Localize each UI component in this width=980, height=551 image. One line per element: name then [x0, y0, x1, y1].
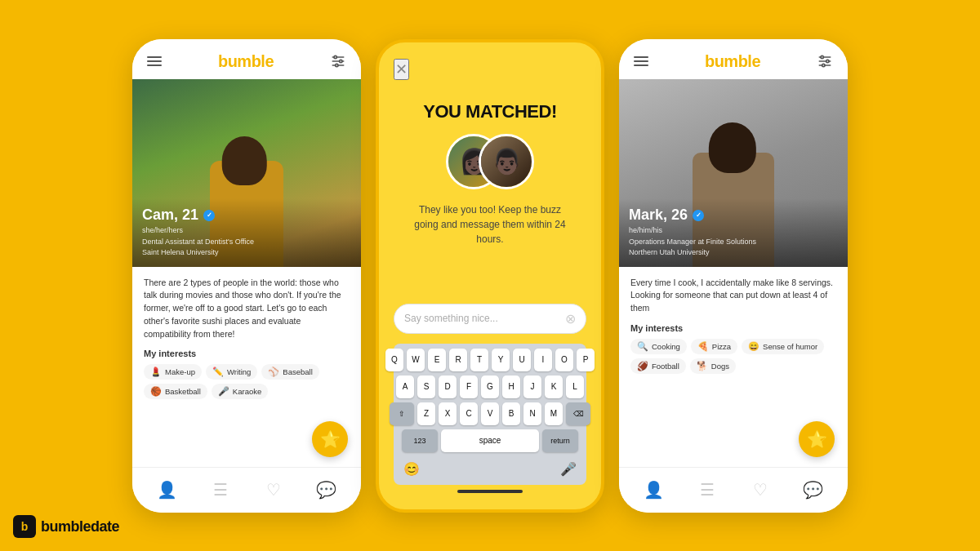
key-x[interactable]: X: [439, 402, 457, 425]
key-q[interactable]: Q: [385, 349, 403, 371]
superswipe-button-left[interactable]: ⭐: [312, 421, 348, 457]
filter-icon-right[interactable]: [817, 53, 833, 69]
emoji-icon[interactable]: 😊: [400, 458, 423, 480]
verified-badge-mark: ✓: [693, 210, 704, 221]
key-s[interactable]: S: [417, 375, 435, 398]
key-g[interactable]: G: [481, 375, 499, 398]
match-avatar-mark: 👨🏿: [479, 134, 534, 189]
profile-photo-cam: Cam, 21 ✓ she/her/hers Dental Assistant …: [132, 79, 361, 267]
key-y[interactable]: Y: [492, 349, 510, 371]
nav-matches-icon-right[interactable]: ☰: [693, 475, 722, 504]
key-t[interactable]: T: [470, 349, 488, 371]
nav-profile-icon-right[interactable]: 👤: [639, 475, 669, 504]
list-item: 💄Make-up: [144, 364, 202, 380]
nav-heart-icon-right[interactable]: ♡: [746, 475, 775, 504]
list-item: 🍕Pizza: [691, 339, 737, 354]
phone-left: bumble Cam, 21 ✓ she/her/hers Dental Ass…: [132, 39, 361, 513]
mic-icon[interactable]: 🎤: [557, 458, 580, 480]
keyboard-row-1: Q W E R T Y U I O P: [397, 349, 583, 371]
close-button[interactable]: ✕: [394, 59, 409, 80]
mark-content: Every time I cook, I accidentally make l…: [619, 267, 848, 384]
keyboard-row-3: ⇧ Z X C V B N M ⌫: [397, 402, 583, 425]
key-i[interactable]: I: [534, 349, 552, 371]
filter-icon-left[interactable]: [330, 53, 346, 69]
key-b[interactable]: B: [502, 402, 520, 425]
nav-heart-icon[interactable]: ♡: [259, 475, 288, 504]
svg-point-9: [826, 60, 829, 62]
cam-interests-label: My interests: [144, 349, 350, 358]
keyboard: Q W E R T Y U I O P A S D: [394, 344, 586, 485]
match-screen: ✕ YOU MATCHED! 👩🏿 👨🏿 They like you too! …: [379, 42, 601, 509]
key-v[interactable]: V: [481, 402, 499, 425]
cam-content: There are 2 types of people in the world…: [132, 267, 361, 410]
phone-right: bumble Mark, 26 ✓ he/him/his Operations …: [619, 39, 848, 513]
key-k[interactable]: K: [545, 375, 563, 398]
mark-bio: Every time I cook, I accidentally make l…: [630, 277, 836, 315]
profile-photo-mark: Mark, 26 ✓ he/him/his Operations Manager…: [619, 79, 848, 267]
brand-text: bumbledate: [41, 518, 119, 535]
superswipe-button-right[interactable]: ⭐: [799, 421, 835, 457]
home-bar: [457, 490, 523, 493]
key-f[interactable]: F: [460, 375, 478, 398]
verified-badge-cam: ✓: [203, 210, 215, 221]
key-z[interactable]: Z: [417, 402, 435, 425]
brand-logo-icon: b: [13, 515, 36, 538]
key-w[interactable]: W: [407, 349, 425, 371]
message-clear-icon[interactable]: ⊗: [565, 311, 576, 327]
list-item: 🏀Basketball: [144, 384, 207, 399]
match-title: YOU MATCHED!: [423, 101, 556, 122]
message-area: Say something nice... ⊗ Q W E R T Y U I …: [394, 304, 586, 493]
key-m[interactable]: M: [545, 402, 563, 425]
phone-center: ✕ YOU MATCHED! 👩🏿 👨🏿 They like you too! …: [376, 39, 604, 513]
nav-chat-icon-right[interactable]: 💬: [799, 475, 828, 504]
key-e[interactable]: E: [428, 349, 446, 371]
list-item: 🎤Karaoke: [212, 384, 268, 399]
svg-point-11: [822, 64, 825, 66]
key-space[interactable]: space: [441, 429, 539, 452]
key-backspace[interactable]: ⌫: [566, 402, 590, 425]
key-c[interactable]: C: [460, 402, 478, 425]
key-123[interactable]: 123: [402, 429, 438, 452]
key-return[interactable]: return: [542, 429, 578, 452]
list-item: 🏈Football: [630, 358, 686, 374]
key-j[interactable]: J: [523, 375, 541, 398]
cam-name: Cam, 21 ✓: [142, 207, 351, 224]
list-item: ✏️Writing: [206, 364, 257, 380]
key-r[interactable]: R: [449, 349, 467, 371]
list-item: 🐕Dogs: [690, 358, 736, 374]
menu-icon[interactable]: [147, 56, 162, 66]
key-n[interactable]: N: [523, 402, 541, 425]
key-o[interactable]: O: [555, 349, 573, 371]
phone-right-header: bumble: [619, 39, 848, 79]
svg-point-7: [821, 56, 823, 58]
key-shift[interactable]: ⇧: [390, 402, 414, 425]
bumble-logo-left: bumble: [218, 52, 274, 71]
nav-matches-icon[interactable]: ☰: [206, 475, 235, 504]
mark-name: Mark, 26 ✓: [629, 207, 838, 224]
svg-point-1: [334, 56, 336, 58]
phone-left-header: bumble: [132, 39, 361, 79]
list-item: 🔍Cooking: [630, 339, 687, 354]
nav-profile-icon[interactable]: 👤: [153, 475, 182, 504]
key-d[interactable]: D: [439, 375, 457, 398]
key-l[interactable]: L: [566, 375, 584, 398]
key-h[interactable]: H: [502, 375, 520, 398]
nav-chat-icon[interactable]: 💬: [312, 475, 341, 504]
profile-overlay-mark: Mark, 26 ✓ he/him/his Operations Manager…: [619, 198, 848, 267]
bottom-nav-right: 👤 ☰ ♡ 💬: [619, 467, 848, 513]
keyboard-row-4: 123 space return: [397, 429, 583, 452]
cam-interests-grid: 💄Make-up ✏️Writing ⚾Baseball 🏀Basketball…: [144, 364, 350, 399]
svg-point-3: [340, 60, 342, 62]
profile-overlay-cam: Cam, 21 ✓ she/her/hers Dental Assistant …: [132, 198, 361, 267]
cam-details: she/her/hers Dental Assistant at Dentist…: [142, 225, 351, 259]
bumble-logo-right: bumble: [705, 52, 760, 71]
match-avatars: 👩🏿 👨🏿: [446, 134, 534, 189]
key-p[interactable]: P: [577, 349, 595, 371]
menu-icon-right[interactable]: [634, 56, 648, 66]
message-placeholder[interactable]: Say something nice...: [404, 313, 565, 324]
svg-point-5: [336, 64, 338, 66]
list-item: ⚾Baseball: [261, 364, 318, 380]
key-a[interactable]: A: [396, 375, 414, 398]
message-input-row: Say something nice... ⊗: [394, 304, 586, 334]
key-u[interactable]: U: [513, 349, 531, 371]
